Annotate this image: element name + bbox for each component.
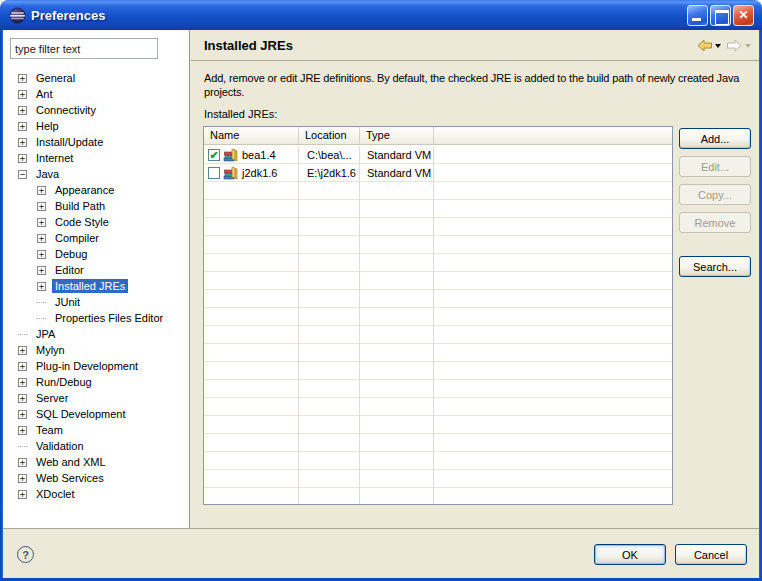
tree-item-appearance[interactable]: +Appearance xyxy=(3,182,188,198)
tree-item-label[interactable]: Compiler xyxy=(52,231,102,245)
tree-item-label[interactable]: Help xyxy=(33,119,62,133)
tree-item-label[interactable]: Java xyxy=(33,167,62,181)
tree-item-label[interactable]: Web and XML xyxy=(33,455,109,469)
tree-item-label[interactable]: Run/Debug xyxy=(33,375,95,389)
tree-item-java[interactable]: −Java xyxy=(3,166,188,182)
titlebar[interactable]: Preferences xyxy=(0,0,762,30)
expand-plus-icon[interactable]: + xyxy=(18,138,27,147)
tree-item-server[interactable]: +Server xyxy=(3,390,188,406)
column-header-type[interactable]: Type xyxy=(360,127,434,144)
tree-item-compiler[interactable]: +Compiler xyxy=(3,230,188,246)
expand-plus-icon[interactable]: + xyxy=(37,218,46,227)
tree-item-label[interactable]: Internet xyxy=(33,151,76,165)
cancel-button[interactable]: Cancel xyxy=(675,544,747,565)
tree-item-label[interactable]: Debug xyxy=(52,247,90,261)
tree-item-label[interactable]: Editor xyxy=(52,263,87,277)
checkbox-unchecked[interactable] xyxy=(208,167,220,179)
expand-plus-icon[interactable]: + xyxy=(18,474,27,483)
maximize-button[interactable] xyxy=(710,5,731,26)
expand-plus-icon[interactable]: + xyxy=(18,362,27,371)
tree-item-label[interactable]: Validation xyxy=(33,439,87,453)
expand-plus-icon[interactable]: + xyxy=(18,378,27,387)
tree-item-label[interactable]: Plug-in Development xyxy=(33,359,141,373)
tree-item-debug[interactable]: +Debug xyxy=(3,246,188,262)
tree-item-label[interactable]: Appearance xyxy=(52,183,117,197)
expand-plus-icon[interactable]: + xyxy=(18,74,27,83)
tree-item-label[interactable]: Team xyxy=(33,423,66,437)
tree-item-build-path[interactable]: +Build Path xyxy=(3,198,188,214)
tree-item-ant[interactable]: +Ant xyxy=(3,86,188,102)
tree-item-label[interactable]: XDoclet xyxy=(33,487,78,501)
expand-plus-icon[interactable]: + xyxy=(18,106,27,115)
tree-item-help[interactable]: +Help xyxy=(3,118,188,134)
tree-item-label[interactable]: Installed JREs xyxy=(52,279,128,293)
help-button[interactable]: ? xyxy=(17,546,34,563)
tree-item-label[interactable]: Connectivity xyxy=(33,103,99,117)
collapse-minus-icon[interactable]: − xyxy=(18,170,27,179)
tree-item-run-debug[interactable]: +Run/Debug xyxy=(3,374,188,390)
expand-plus-icon[interactable]: + xyxy=(37,186,46,195)
expand-plus-icon[interactable]: + xyxy=(18,346,27,355)
expand-plus-icon[interactable]: + xyxy=(37,234,46,243)
tree-item-installed-jres[interactable]: +Installed JREs xyxy=(3,278,188,294)
tree-item-label[interactable]: Code Style xyxy=(52,215,112,229)
tree-item-properties-files-editor[interactable]: Properties Files Editor xyxy=(3,310,188,326)
footer: ? OK Cancel xyxy=(3,528,759,578)
tree-item-label[interactable]: Install/Update xyxy=(33,135,106,149)
tree-item-general[interactable]: +General xyxy=(3,70,188,86)
expand-plus-icon[interactable]: + xyxy=(18,122,27,131)
tree-item-code-style[interactable]: +Code Style xyxy=(3,214,188,230)
tree-item-validation[interactable]: Validation xyxy=(3,438,188,454)
add-button[interactable]: Add... xyxy=(679,128,751,149)
search-button[interactable]: Search... xyxy=(679,256,751,277)
tree-item-xdoclet[interactable]: +XDoclet xyxy=(3,486,188,502)
tree-item-plug-in-development[interactable]: +Plug-in Development xyxy=(3,358,188,374)
tree-item-junit[interactable]: JUnit xyxy=(3,294,188,310)
column-header-name[interactable]: Name xyxy=(204,127,299,144)
expand-plus-icon[interactable]: + xyxy=(18,490,27,499)
tree-item-editor[interactable]: +Editor xyxy=(3,262,188,278)
expand-plus-icon[interactable]: + xyxy=(37,266,46,275)
expand-plus-icon[interactable]: + xyxy=(37,282,46,291)
cell-location: C:\bea\... xyxy=(299,147,360,164)
expand-plus-icon[interactable]: + xyxy=(18,458,27,467)
back-dropdown-caret[interactable] xyxy=(715,44,721,48)
expand-plus-icon[interactable]: + xyxy=(37,250,46,259)
expand-plus-icon[interactable]: + xyxy=(18,154,27,163)
minimize-button[interactable] xyxy=(687,5,708,26)
tree-item-team[interactable]: +Team xyxy=(3,422,188,438)
tree-item-web-and-xml[interactable]: +Web and XML xyxy=(3,454,188,470)
back-button[interactable] xyxy=(694,39,723,52)
tree-item-label[interactable]: Server xyxy=(33,391,71,405)
expand-plus-icon[interactable]: + xyxy=(18,410,27,419)
close-button[interactable] xyxy=(733,5,754,26)
checkbox-checked[interactable]: ✔ xyxy=(208,149,220,161)
tree-item-label[interactable]: General xyxy=(33,71,78,85)
column-header-location[interactable]: Location xyxy=(299,127,360,144)
tree-item-label[interactable]: Mylyn xyxy=(33,343,68,357)
table-row[interactable]: ✔ bea1.4C:\bea\...Standard VM xyxy=(204,146,672,164)
expand-plus-icon[interactable]: + xyxy=(18,394,27,403)
tree-item-label[interactable]: JPA xyxy=(33,327,58,341)
table-row[interactable]: j2dk1.6E:\j2dk1.6Standard VM xyxy=(204,164,672,182)
expand-plus-icon[interactable]: + xyxy=(18,426,27,435)
ok-button[interactable]: OK xyxy=(594,544,666,565)
tree-item-label[interactable]: Ant xyxy=(33,87,56,101)
tree-item-label[interactable]: SQL Development xyxy=(33,407,128,421)
cell-name: ✔ bea1.4 xyxy=(204,147,299,164)
tree-connector xyxy=(37,302,46,303)
tree-item-connectivity[interactable]: +Connectivity xyxy=(3,102,188,118)
tree-item-label[interactable]: Web Services xyxy=(33,471,107,485)
tree-item-install-update[interactable]: +Install/Update xyxy=(3,134,188,150)
tree-item-sql-development[interactable]: +SQL Development xyxy=(3,406,188,422)
filter-input[interactable] xyxy=(10,38,158,59)
tree-item-web-services[interactable]: +Web Services xyxy=(3,470,188,486)
expand-plus-icon[interactable]: + xyxy=(37,202,46,211)
tree-item-internet[interactable]: +Internet xyxy=(3,150,188,166)
tree-item-label[interactable]: Properties Files Editor xyxy=(52,311,166,325)
tree-item-jpa[interactable]: JPA xyxy=(3,326,188,342)
expand-plus-icon[interactable]: + xyxy=(18,90,27,99)
tree-item-mylyn[interactable]: +Mylyn xyxy=(3,342,188,358)
tree-item-label[interactable]: Build Path xyxy=(52,199,108,213)
tree-item-label[interactable]: JUnit xyxy=(52,295,83,309)
